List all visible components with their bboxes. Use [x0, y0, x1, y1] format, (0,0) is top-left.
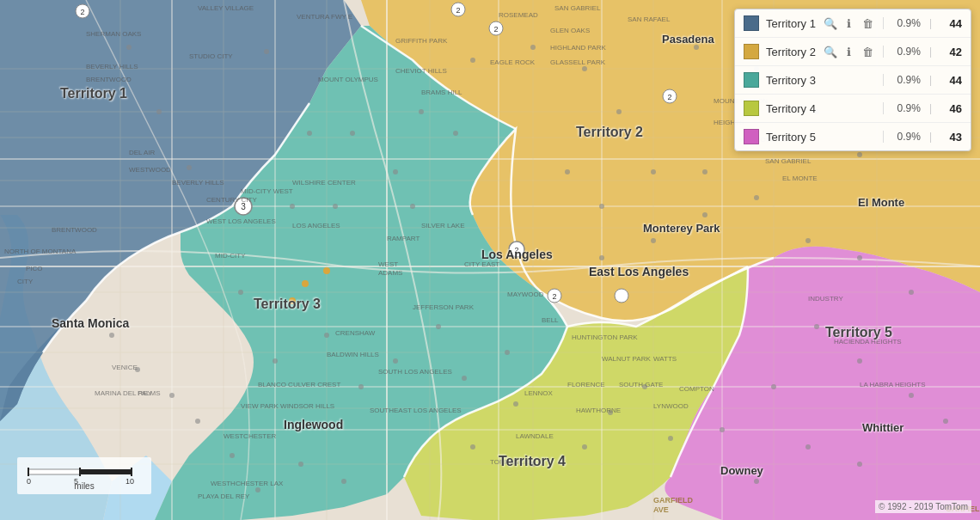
svg-text:CRENSHAW: CRENSHAW [335, 329, 376, 337]
svg-text:HAWTHORNE: HAWTHORNE [576, 407, 621, 414]
svg-text:EL MONTE: EL MONTE [782, 174, 818, 182]
svg-text:SOUTHEAST LOS ANGELES: SOUTHEAST LOS ANGELES [370, 407, 462, 414]
info-icon-t2[interactable]: ℹ [842, 44, 857, 59]
svg-point-94 [470, 444, 475, 450]
svg-point-96 [582, 444, 587, 450]
legend-row-t2: Territory 2 🔍 ℹ 🗑 0.9% | 42 [735, 38, 971, 66]
search-icon-t1[interactable]: 🔍 [823, 15, 838, 31]
svg-text:VALLEY VILLAGE: VALLEY VILLAGE [198, 4, 254, 12]
legend-row-t1: Territory 1 🔍 ℹ 🗑 0.9% | 44 [735, 9, 971, 38]
legend-divider-t4 [883, 102, 884, 114]
svg-text:GARFIELD: GARFIELD [653, 496, 693, 505]
svg-text:ROSEMEAD: ROSEMEAD [499, 11, 538, 19]
svg-text:GRIFFITH PARK: GRIFFITH PARK [395, 37, 448, 45]
svg-text:BRAMS HILL: BRAMS HILL [421, 89, 462, 96]
legend-row-t3: Territory 3 0.9% | 44 [735, 66, 971, 95]
svg-text:MID-CITY: MID-CITY [215, 252, 246, 260]
svg-text:SAN GABRIEL: SAN GABRIEL [765, 157, 812, 165]
svg-point-78 [909, 393, 914, 398]
svg-point-74 [857, 255, 862, 260]
svg-point-52 [333, 204, 338, 209]
svg-point-83 [857, 462, 862, 467]
svg-text:BELL: BELL [542, 316, 559, 324]
svg-point-89 [393, 358, 398, 364]
svg-text:LENNOX: LENNOX [524, 389, 554, 397]
svg-point-64 [857, 152, 862, 157]
svg-text:PICO: PICO [26, 265, 43, 272]
svg-text:HACIENDA HEIGHTS: HACIENDA HEIGHTS [834, 338, 902, 346]
svg-text:2: 2 [80, 8, 84, 16]
svg-text:DEL AIR: DEL AIR [129, 149, 156, 156]
svg-text:WESTCHESTER: WESTCHESTER [224, 432, 277, 440]
legend-stat-t5: 0.9% [891, 131, 921, 143]
svg-point-106 [298, 462, 303, 467]
legend-stat-t2: 0.9% [891, 46, 921, 58]
svg-point-51 [290, 204, 295, 209]
svg-point-70 [651, 238, 656, 243]
svg-point-47 [264, 49, 269, 54]
svg-text:BEVERLY HILLS: BEVERLY HILLS [86, 63, 138, 70]
svg-point-44 [615, 289, 628, 303]
svg-text:2: 2 [456, 6, 460, 15]
svg-text:EAGLE ROCK: EAGLE ROCK [490, 58, 536, 66]
svg-point-54 [410, 204, 415, 209]
svg-text:GLASSELL PARK: GLASSELL PARK [550, 58, 606, 66]
svg-point-91 [462, 376, 467, 381]
svg-text:2: 2 [667, 93, 671, 101]
svg-point-107 [341, 479, 346, 484]
svg-point-76 [814, 324, 819, 329]
svg-point-58 [530, 45, 536, 50]
legend-row-t4: Territory 4 0.9% | 46 [735, 95, 971, 123]
svg-point-68 [702, 169, 707, 174]
svg-text:STUDIO CITY: STUDIO CITY [189, 52, 233, 60]
legend-name-t4: Territory 4 [766, 102, 876, 115]
legend-name-t5: Territory 5 [766, 131, 876, 144]
svg-point-95 [530, 462, 536, 467]
info-icon-t1[interactable]: ℹ [842, 15, 857, 31]
legend-icons-t2: 🔍 ℹ 🗑 [823, 44, 876, 59]
delete-icon-t1[interactable]: 🗑 [861, 15, 876, 31]
svg-point-75 [909, 290, 914, 295]
svg-text:2: 2 [552, 292, 556, 301]
svg-point-65 [565, 169, 570, 174]
svg-text:HUNTINGTON PARK: HUNTINGTON PARK [572, 333, 638, 341]
svg-text:ADAMS: ADAMS [378, 269, 402, 277]
svg-point-67 [651, 169, 656, 174]
copyright-text: © 1992 - 2019 TomTom [875, 500, 971, 513]
svg-text:LYNWOOD: LYNWOOD [653, 402, 689, 410]
svg-point-71 [702, 212, 707, 217]
svg-rect-184 [28, 469, 80, 474]
map-container: 2 3 2 2 2 2 2 [0, 0, 980, 520]
legend-panel: Territory 1 🔍 ℹ 🗑 0.9% | 44 Territory 2 … [734, 9, 971, 151]
svg-text:WESTWOOD: WESTWOOD [129, 166, 171, 174]
legend-count-t5: 43 [940, 131, 962, 144]
legend-divider-t2 [883, 46, 884, 58]
svg-point-57 [470, 58, 475, 63]
svg-text:LA HABRA HEIGHTS: LA HABRA HEIGHTS [860, 381, 925, 388]
svg-point-60 [616, 109, 622, 114]
svg-point-86 [273, 358, 278, 364]
svg-text:AVE: AVE [653, 505, 669, 514]
legend-icons-t1: 🔍 ℹ 🗑 [823, 15, 876, 31]
delete-icon-t2[interactable]: 🗑 [861, 44, 876, 59]
svg-text:SAN GABRIEL: SAN GABRIEL [554, 4, 601, 12]
legend-count-t2: 42 [940, 46, 962, 58]
svg-point-90 [436, 324, 441, 329]
legend-count-t1: 44 [940, 17, 962, 30]
legend-color-t3 [744, 72, 759, 88]
svg-point-100 [109, 333, 114, 338]
svg-point-88 [358, 384, 364, 389]
svg-text:2: 2 [514, 246, 518, 254]
svg-text:COMPTON: COMPTON [679, 385, 714, 393]
svg-point-92 [505, 350, 510, 355]
svg-text:SHERMAN OAKS: SHERMAN OAKS [86, 30, 141, 38]
svg-point-48 [187, 165, 192, 170]
svg-point-84 [943, 419, 948, 424]
search-icon-t2[interactable]: 🔍 [823, 44, 838, 59]
legend-divider-t5 [883, 131, 884, 143]
svg-text:PLAYA DEL REY: PLAYA DEL REY [198, 492, 250, 500]
svg-text:WEST: WEST [378, 260, 398, 268]
svg-point-103 [195, 419, 200, 424]
svg-text:SILVER LAKE: SILVER LAKE [421, 222, 465, 229]
svg-point-73 [805, 238, 811, 243]
